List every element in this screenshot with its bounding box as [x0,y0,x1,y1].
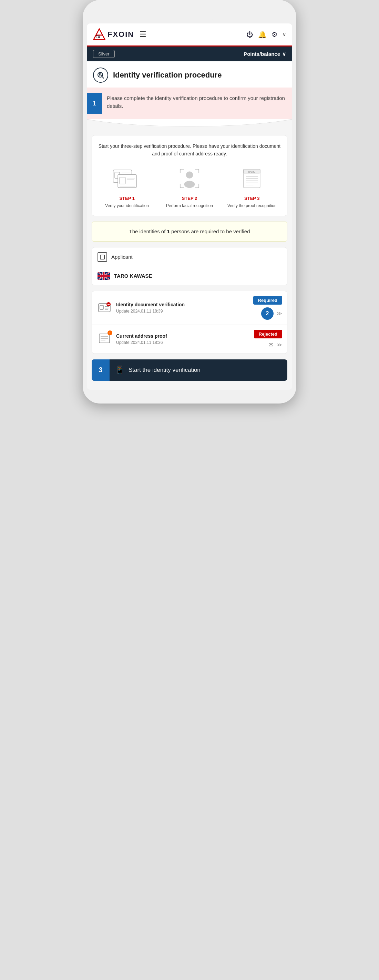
cta-text: Start the identity verification [129,367,201,374]
main-content: Start your three-step verification proce… [87,130,292,390]
verif-item-address: ! Current address proof Update:2024.01.1… [92,325,287,353]
verif-item-identity: Identity document verification Update:20… [92,291,287,325]
chevrons-down-icon-2[interactable]: ≫ [276,342,282,348]
cta-button[interactable]: 📱 Start the identity verification [110,360,287,381]
page-title-area: Identity verification procedure [87,61,292,88]
logo-text: FXOIN [108,30,134,39]
svg-rect-39 [100,305,104,309]
svg-line-4 [102,77,104,79]
step-1-label: STEP 1 [97,196,156,201]
uk-flag-icon [97,272,110,280]
applicant-icon [97,252,107,262]
notification-box: 1 Please complete the identity verificat… [87,88,292,119]
gear-icon[interactable]: ⚙ [271,30,278,38]
verif-identity-update: Update:2024.01.11 18:39 [116,309,249,313]
warning-badge-icon: ! [108,331,112,335]
step-1: STEP 1 Verify your identification [97,165,156,209]
step-1-desc: Verify your identification [97,203,156,209]
cta-number: 3 [92,360,110,381]
verif-address-icon: ! [97,331,112,347]
svg-point-17 [186,171,193,178]
verif-address-details: Current address proof Update:2024.01.11 … [116,333,250,345]
verif-identity-details: Identity document verification Update:20… [116,302,249,313]
chevron-down-icon: ∨ [282,51,286,57]
bell-icon[interactable]: 🔔 [258,30,267,38]
app-header: FX FXOIN ☰ ⏻ 🔔 ⚙ ∨ [87,24,292,46]
step-2-badge: 2 [261,307,274,320]
chevron-down-icon[interactable]: ∨ [282,32,286,37]
step-2-icon-area [160,165,219,192]
envelope-icon[interactable]: ✉ [268,341,274,349]
notification-number: 1 [87,93,102,114]
svg-text:BANK: BANK [248,170,255,173]
required-badge[interactable]: Required [253,296,282,305]
svg-rect-28 [100,255,104,259]
applicant-name: TARO KAWASE [114,273,152,279]
step-3-desc: Verify the proof recognition [223,203,282,209]
svg-text:FX: FX [96,35,100,39]
steps-row: STEP 1 Verify your identification [97,165,282,209]
balance-bar: Silver Points/balance ∨ [87,46,292,61]
phone-icon: 📱 [115,366,124,375]
applicant-name-row: TARO KAWASE [92,267,287,285]
points-balance-button[interactable]: Points/balance ∨ [244,51,286,57]
page-title: Identity verification procedure [113,71,221,80]
start-verification-cta[interactable]: 3 📱 Start the identity verification [92,360,287,381]
verif-identity-title: Identity document verification [116,302,249,307]
verification-icon [93,68,108,83]
verification-box: Identity document verification Update:20… [92,291,287,354]
verif-address-update: Update:2024.01.11 18:36 [116,340,250,345]
rejected-badge[interactable]: Rejected [254,330,282,338]
procedure-box: Start your three-step verification proce… [92,135,287,216]
step-2-label: STEP 2 [160,196,219,201]
step-3-label: STEP 3 [223,196,282,201]
power-icon[interactable]: ⏻ [246,31,253,38]
step-3-icon-area: BANK [223,165,282,192]
tier-badge: Silver [93,50,115,58]
hamburger-icon[interactable]: ☰ [140,30,147,39]
procedure-intro: Start your three-step verification proce… [97,142,282,158]
step-2-desc: Perform facial recognition [160,203,219,209]
svg-rect-11 [118,175,137,188]
applicant-header: Applicant [92,247,287,267]
notification-text: Please complete the identity verificatio… [102,93,286,110]
step-2: STEP 2 Perform facial recognition [160,165,219,209]
verif-address-actions: Rejected ✉ ≫ [254,330,282,349]
verif-identity-actions: Required 2 ≫ [253,296,282,320]
chevrons-down-icon[interactable]: ≫ [276,311,282,316]
info-box: The identities of 1 persons are required… [92,221,287,242]
wave-separator [87,119,292,130]
step-3: BANK STEP 3 Verify the proof recognition [223,165,282,209]
applicant-label: Applicant [111,254,133,260]
verif-address-title: Current address proof [116,333,250,339]
verif-identity-icon [97,300,112,315]
svg-point-18 [184,181,195,188]
svg-rect-37 [97,275,110,277]
step-1-icon-area [97,165,156,192]
app-logo: FX FXOIN [93,28,134,41]
phone-notch [162,10,217,20]
applicant-box: Applicant TARO KAWASE [92,247,287,285]
